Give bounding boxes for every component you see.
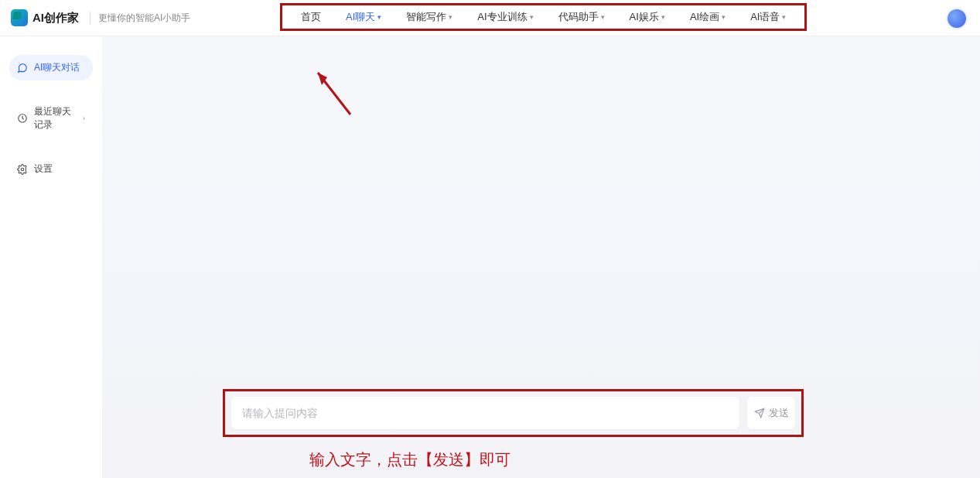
nav-label: AI专业训练 <box>477 10 527 24</box>
nav-ai-voice[interactable]: AI语音 ▾ <box>738 10 798 24</box>
chevron-down-icon: ▾ <box>722 13 726 21</box>
sidebar-item-label: 最近聊天记录 <box>34 105 77 131</box>
nav-ai-chat[interactable]: AI聊天 ▾ <box>333 10 394 24</box>
app-name: AI创作家 <box>32 11 79 26</box>
top-nav-annotated-box: 首页 AI聊天 ▾ 智能写作 ▾ AI专业训练 ▾ 代码助手 ▾ AI娱乐 ▾ … <box>280 3 807 31</box>
nav-home[interactable]: 首页 <box>289 10 333 24</box>
chevron-down-icon: ▾ <box>449 13 452 21</box>
sidebar: AI聊天对话 最近聊天记录 › 设置 <box>0 36 102 478</box>
clock-icon <box>17 113 28 124</box>
sidebar-item-settings[interactable]: 设置 <box>9 156 93 182</box>
chevron-right-icon: › <box>83 114 85 122</box>
sidebar-item-label: AI聊天对话 <box>34 61 80 74</box>
chat-input-annotated-box: 发送 <box>223 389 804 437</box>
nav-ai-entertainment[interactable]: AI娱乐 ▾ <box>617 10 678 24</box>
nav-label: AI聊天 <box>346 10 375 24</box>
nav-smart-writing[interactable]: 智能写作 ▾ <box>394 10 465 24</box>
nav-label: AI绘画 <box>690 10 719 24</box>
avatar[interactable] <box>948 9 966 28</box>
chevron-down-icon: ▾ <box>661 13 665 21</box>
svg-line-2 <box>318 73 350 114</box>
page-body: AI聊天对话 最近聊天记录 › 设置 发送 输入文字，点击【发送 <box>0 36 980 478</box>
logo-area: AI创作家 更懂你的智能AI小助手 <box>11 9 190 26</box>
sidebar-item-ai-chat[interactable]: AI聊天对话 <box>9 55 93 80</box>
chat-input[interactable] <box>231 397 739 429</box>
chevron-down-icon: ▾ <box>601 13 605 21</box>
paper-plane-icon <box>754 408 765 418</box>
svg-marker-3 <box>318 73 327 85</box>
nav-label: 首页 <box>301 10 321 24</box>
nav-code-assistant[interactable]: 代码助手 ▾ <box>546 10 617 24</box>
chat-icon <box>17 63 28 73</box>
chevron-down-icon: ▾ <box>782 13 786 21</box>
app-tagline: 更懂你的智能AI小助手 <box>90 12 190 25</box>
annotation-caption: 输入文字，点击【发送】即可 <box>309 449 510 470</box>
send-button[interactable]: 发送 <box>747 397 795 429</box>
nav-label: AI语音 <box>750 10 780 24</box>
chevron-down-icon: ▾ <box>377 13 381 21</box>
send-button-label: 发送 <box>769 406 789 420</box>
chevron-down-icon: ▾ <box>530 13 534 21</box>
svg-point-1 <box>21 168 24 171</box>
sidebar-item-recent-chats[interactable]: 最近聊天记录 › <box>9 99 93 138</box>
header: AI创作家 更懂你的智能AI小助手 首页 AI聊天 ▾ 智能写作 ▾ AI专业训… <box>0 0 980 36</box>
nav-label: 代码助手 <box>558 10 599 24</box>
nav-ai-painting[interactable]: AI绘画 ▾ <box>678 10 738 24</box>
nav-ai-pro-training[interactable]: AI专业训练 ▾ <box>465 10 545 24</box>
sidebar-item-label: 设置 <box>34 162 53 176</box>
nav-label: AI娱乐 <box>630 10 659 24</box>
app-logo-icon <box>11 9 28 26</box>
gear-icon <box>17 164 28 175</box>
nav-label: 智能写作 <box>406 10 446 24</box>
annotation-arrow-icon <box>310 68 357 122</box>
